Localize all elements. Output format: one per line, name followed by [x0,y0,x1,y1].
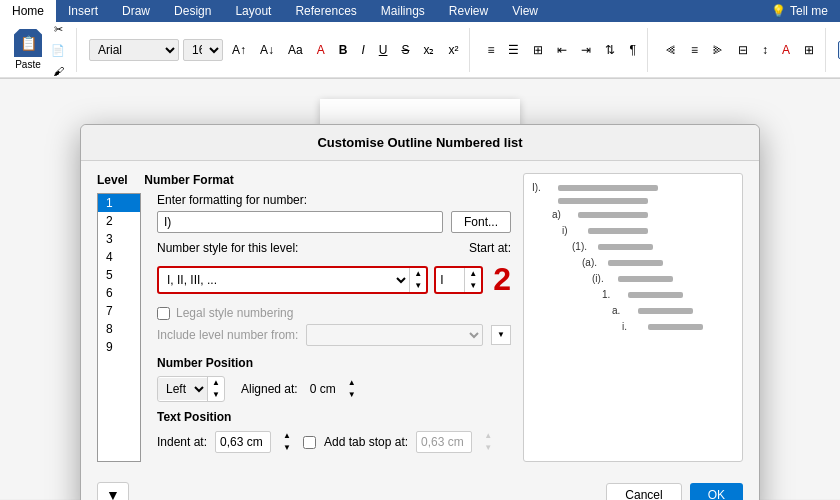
tab-insert[interactable]: Insert [56,0,110,22]
style-arrow-down[interactable]: ▼ [410,280,426,292]
level-item-3[interactable]: 3 [98,230,140,248]
level-item-9[interactable]: 9 [98,338,140,356]
paste-button[interactable]: 📋 Paste [14,29,42,70]
level-item-6[interactable]: 6 [98,284,140,302]
clipboard-group: 📋 Paste ✂ 📄 🖌 [8,28,77,72]
legal-style-checkbox[interactable] [157,307,170,320]
style-select-wrap: I, II, III, ... ▲ ▼ [157,266,428,294]
level-item-8[interactable]: 8 [98,320,140,338]
justify-button[interactable]: ⊟ [733,41,753,59]
cut-button[interactable]: ✂ [46,21,70,38]
level-item-7[interactable]: 7 [98,302,140,320]
footer-left: ▼ [97,482,129,500]
font-family-select[interactable]: Arial [89,39,179,61]
pos-arrow-up[interactable]: ▲ [208,377,224,389]
level-item-4[interactable]: 4 [98,248,140,266]
font-size-select[interactable]: 16 [183,39,223,61]
add-tab-checkbox[interactable] [303,436,316,449]
increase-indent-button[interactable]: ⇥ [576,41,596,59]
paragraph-group: ≡ ☰ ⊞ ⇤ ⇥ ⇅ ¶ [476,28,647,72]
font-group: Arial 16 A↑ A↓ Aa A B I U S x₂ x² [83,28,470,72]
decrease-indent-button[interactable]: ⇤ [552,41,572,59]
tell-me-label: Tell me [790,4,828,18]
cancel-button[interactable]: Cancel [606,483,681,500]
tell-me-box[interactable]: 💡 Tell me [759,0,840,22]
indent-arrows: ▲ ▼ [279,430,295,454]
ok-button[interactable]: OK [690,483,743,500]
indent-arrow-up[interactable]: ▲ [279,430,295,442]
tab-references[interactable]: References [283,0,368,22]
preview-line-bar [558,185,658,191]
include-arrow[interactable]: ▼ [491,325,511,345]
level-item-5[interactable]: 5 [98,266,140,284]
pos-arrows: ▲ ▼ [207,377,224,401]
format-input[interactable] [157,211,443,233]
add-tab-arrow-up[interactable]: ▲ [480,430,496,442]
pos-arrow-down[interactable]: ▼ [208,389,224,401]
border-button[interactable]: ⊞ [799,41,819,59]
aligned-arrow-down[interactable]: ▼ [344,389,360,401]
tab-home[interactable]: Home [0,0,56,22]
indent-arrow-down[interactable]: ▼ [279,442,295,454]
italic-button[interactable]: I [356,41,369,59]
alignment-group: ⫷ ≡ ⫸ ⊟ ↕ A ⊞ [654,28,826,72]
tab-layout[interactable]: Layout [223,0,283,22]
tab-draw[interactable]: Draw [110,0,162,22]
expand-button[interactable]: ▼ [97,482,129,500]
format-input-row: Font... [157,211,511,233]
bullets-button[interactable]: ≡ [482,41,499,59]
indent-input[interactable] [215,431,271,453]
multilevel-list-button[interactable]: ⊞ [528,41,548,59]
align-left-button[interactable]: ⫷ [660,41,682,59]
style-arrow-up[interactable]: ▲ [410,268,426,280]
tab-review[interactable]: Review [437,0,500,22]
level-item-2[interactable]: 2 [98,212,140,230]
level-header-label: Level [97,173,141,187]
font-button[interactable]: Font... [451,211,511,233]
style-select[interactable]: I, II, III, ... [159,269,409,291]
copy-button[interactable]: 📄 [46,42,70,59]
center-button[interactable]: ≡ [686,41,703,59]
add-tab-input[interactable] [416,431,472,453]
show-formatting-button[interactable]: ¶ [624,41,640,59]
tab-mailings[interactable]: Mailings [369,0,437,22]
superscript-button[interactable]: x² [443,41,463,59]
include-select[interactable] [306,324,483,346]
subscript-button[interactable]: x₂ [418,41,439,59]
tab-design[interactable]: Design [162,0,223,22]
aligned-arrow-up[interactable]: ▲ [344,377,360,389]
start-label: Start at: [469,241,511,255]
align-right-button[interactable]: ⫸ [707,41,729,59]
line-spacing-button[interactable]: ↕ [757,41,773,59]
shading-button[interactable]: A [777,41,795,59]
dialog-body: Level Number Format 1 2 3 4 5 6 7 8 9 [81,161,759,474]
start-arrow-up[interactable]: ▲ [465,268,481,280]
tab-view[interactable]: View [500,0,550,22]
preview-line-label: i. [622,321,648,332]
preview-line-bar [638,308,693,314]
bold-button[interactable]: B [334,41,353,59]
increase-font-button[interactable]: A↑ [227,41,251,59]
change-case-button[interactable]: Aa [283,41,308,59]
preview-line-bar [598,244,653,250]
style-label: Number style for this level: [157,241,298,255]
strikethrough-button[interactable]: S [396,41,414,59]
style-start-controls: I, II, III, ... ▲ ▼ ▲ [157,261,511,298]
badge-2: 2 [493,261,511,297]
clear-format-button[interactable]: A [312,41,330,59]
position-select-wrap: Left ▲ ▼ [157,376,225,402]
start-input[interactable] [436,270,464,290]
number-position-section: Number Position Left ▲ ▼ [157,356,511,402]
start-arrow-down[interactable]: ▼ [465,280,481,292]
position-select[interactable]: Left [158,378,207,400]
decrease-font-button[interactable]: A↓ [255,41,279,59]
customize-dialog: Customise Outline Numbered list Level Nu… [80,124,760,500]
format-painter-button[interactable]: 🖌 [46,63,70,79]
add-tab-arrow-down[interactable]: ▼ [480,442,496,454]
underline-button[interactable]: U [374,41,393,59]
preview-line-bar [628,292,683,298]
preview-line [532,198,734,204]
numbered-list-button[interactable]: ☰ [503,41,524,59]
level-item-1[interactable]: 1 [98,194,140,212]
sort-button[interactable]: ⇅ [600,41,620,59]
